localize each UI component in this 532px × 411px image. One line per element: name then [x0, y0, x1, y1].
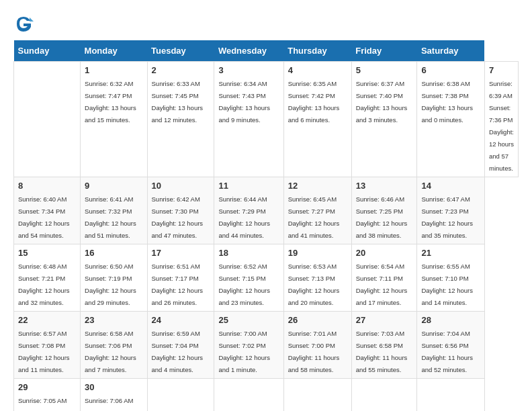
calendar-day-5: 5Sunrise: 6:37 AMSunset: 7:40 PMDaylight…: [351, 62, 417, 177]
calendar-day-25: 25Sunrise: 7:00 AMSunset: 7:02 PMDayligh…: [214, 312, 283, 379]
calendar-day-9: 9Sunrise: 6:41 AMSunset: 7:32 PMDaylight…: [81, 177, 147, 244]
calendar-day-28: 28Sunrise: 7:04 AMSunset: 6:56 PMDayligh…: [417, 312, 485, 379]
empty-cell: [14, 62, 81, 177]
calendar-week-3: 15Sunrise: 6:48 AMSunset: 7:21 PMDayligh…: [14, 244, 519, 312]
calendar-table: SundayMondayTuesdayWednesdayThursdayFrid…: [13, 40, 519, 411]
calendar-day-13: 13Sunrise: 6:46 AMSunset: 7:25 PMDayligh…: [351, 177, 417, 244]
day-header-monday: Monday: [81, 40, 147, 62]
calendar-day-23: 23Sunrise: 6:58 AMSunset: 7:06 PMDayligh…: [81, 312, 147, 379]
calendar-header-row: SundayMondayTuesdayWednesdayThursdayFrid…: [14, 40, 519, 62]
calendar-day-20: 20Sunrise: 6:54 AMSunset: 7:11 PMDayligh…: [351, 244, 417, 312]
calendar-day-24: 24Sunrise: 6:59 AMSunset: 7:04 PMDayligh…: [147, 312, 214, 379]
page-header: [13, 13, 519, 34]
calendar-day-11: 11Sunrise: 6:44 AMSunset: 7:29 PMDayligh…: [214, 177, 283, 244]
empty-cell: [351, 379, 417, 412]
empty-cell: [417, 379, 485, 412]
calendar-day-8: 8Sunrise: 6:40 AMSunset: 7:34 PMDaylight…: [14, 177, 81, 244]
calendar-day-19: 19Sunrise: 6:53 AMSunset: 7:13 PMDayligh…: [283, 244, 351, 312]
calendar-week-4: 22Sunrise: 6:57 AMSunset: 7:08 PMDayligh…: [14, 312, 519, 379]
day-header-tuesday: Tuesday: [147, 40, 214, 62]
calendar-day-30: 30Sunrise: 7:06 AMSunset: 6:53 PMDayligh…: [81, 379, 147, 412]
calendar-day-3: 3Sunrise: 6:34 AMSunset: 7:43 PMDaylight…: [214, 62, 283, 177]
calendar-day-7: 7Sunrise: 6:39 AMSunset: 7:36 PMDaylight…: [484, 62, 518, 177]
calendar-day-12: 12Sunrise: 6:45 AMSunset: 7:27 PMDayligh…: [283, 177, 351, 244]
calendar-day-16: 16Sunrise: 6:50 AMSunset: 7:19 PMDayligh…: [81, 244, 147, 312]
calendar-day-27: 27Sunrise: 7:03 AMSunset: 6:58 PMDayligh…: [351, 312, 417, 379]
logo: [13, 13, 36, 34]
calendar-day-10: 10Sunrise: 6:42 AMSunset: 7:30 PMDayligh…: [147, 177, 214, 244]
logo-icon: [13, 13, 34, 34]
calendar-day-14: 14Sunrise: 6:47 AMSunset: 7:23 PMDayligh…: [417, 177, 485, 244]
calendar-week-1: 1Sunrise: 6:32 AMSunset: 7:47 PMDaylight…: [14, 62, 519, 177]
calendar-day-22: 22Sunrise: 6:57 AMSunset: 7:08 PMDayligh…: [14, 312, 81, 379]
calendar-week-2: 8Sunrise: 6:40 AMSunset: 7:34 PMDaylight…: [14, 177, 519, 244]
calendar-week-5: 29Sunrise: 7:05 AMSunset: 6:54 PMDayligh…: [14, 379, 519, 412]
calendar-day-18: 18Sunrise: 6:52 AMSunset: 7:15 PMDayligh…: [214, 244, 283, 312]
calendar-day-21: 21Sunrise: 6:55 AMSunset: 7:10 PMDayligh…: [417, 244, 485, 312]
calendar-day-1: 1Sunrise: 6:32 AMSunset: 7:47 PMDaylight…: [81, 62, 147, 177]
calendar-day-29: 29Sunrise: 7:05 AMSunset: 6:54 PMDayligh…: [14, 379, 81, 412]
calendar-day-4: 4Sunrise: 6:35 AMSunset: 7:42 PMDaylight…: [283, 62, 351, 177]
calendar-day-26: 26Sunrise: 7:01 AMSunset: 7:00 PMDayligh…: [283, 312, 351, 379]
calendar-day-17: 17Sunrise: 6:51 AMSunset: 7:17 PMDayligh…: [147, 244, 214, 312]
day-header-saturday: Saturday: [417, 40, 485, 62]
empty-cell: [147, 379, 214, 412]
empty-cell: [283, 379, 351, 412]
calendar-day-2: 2Sunrise: 6:33 AMSunset: 7:45 PMDaylight…: [147, 62, 214, 177]
day-header-sunday: Sunday: [14, 40, 81, 62]
empty-cell: [214, 379, 283, 412]
calendar-day-6: 6Sunrise: 6:38 AMSunset: 7:38 PMDaylight…: [417, 62, 485, 177]
day-header-wednesday: Wednesday: [214, 40, 283, 62]
day-header-thursday: Thursday: [283, 40, 351, 62]
day-header-friday: Friday: [351, 40, 417, 62]
calendar-day-15: 15Sunrise: 6:48 AMSunset: 7:21 PMDayligh…: [14, 244, 81, 312]
